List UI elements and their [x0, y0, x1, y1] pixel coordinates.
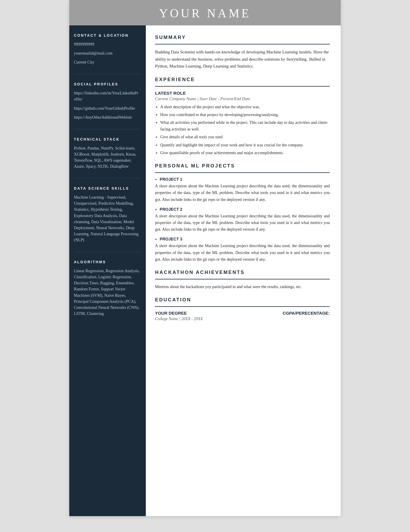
github-link[interactable]: https://github.com/YourGithubProfile [74, 105, 140, 111]
contact-section: CONTACT & LOCATION 9999999999 youremaili… [74, 33, 140, 65]
resume-body: CONTACT & LOCATION 9999999999 youremaili… [69, 25, 341, 516]
hackathon-divider [155, 279, 330, 279]
experience-bullets: A short description of the project and w… [155, 104, 330, 156]
hackathon-section: HACKATHON ACHIEVEMENTS Mention about the… [155, 270, 330, 290]
summary-text: Budding Data Scientist with hands-on kno… [155, 48, 330, 70]
sidebar-divider-4 [74, 252, 140, 252]
projects-divider [155, 172, 330, 173]
sidebar-divider-3 [74, 178, 140, 178]
experience-divider [155, 86, 330, 87]
education-cgpa: CGPA/PERECENTAGE: [283, 311, 330, 316]
algo-title: ALGORITHMS [74, 260, 140, 264]
resume-wrapper: YOUR NAME CONTACT & LOCATION 9999999999 … [69, 0, 341, 516]
projects-title: PERSONAL ML PROJECTS [155, 163, 330, 169]
tech-section: TECHNICAL STACK Python, Pandas, NumPy, S… [74, 137, 140, 169]
project-3-title: PROJECT 3 [160, 237, 330, 241]
other-link[interactable]: https://AnyOtherAdditionalWebiste [74, 114, 140, 120]
linkedin-link[interactable]: https://linkedin.com/in/YourLinkedinProf… [74, 90, 140, 102]
education-title: EDUCATION [155, 297, 330, 303]
education-section: EDUCATION YOUR DEGREE CGPA/PERECENTAGE: … [155, 297, 330, 321]
project-1-title: PROJECT 1 [160, 177, 330, 182]
project-2-title: PROJECT 2 [160, 207, 330, 212]
tech-stack: Python, Pandas, NumPy, Scikit-learn, XGB… [74, 145, 140, 169]
city: Current City [74, 59, 140, 65]
bullet-3: What all activities you performed while … [160, 119, 330, 132]
sidebar-divider-1 [74, 74, 140, 74]
bullet-1: A short description of the project and w… [160, 104, 330, 110]
resume-name: YOUR NAME [69, 6, 341, 20]
bullet-6: Give quantifiable proofs of your achieve… [160, 150, 330, 156]
resume-header: YOUR NAME [69, 0, 341, 25]
ds-section: DATA SCIENCE SKILLS Machine Learning - S… [74, 186, 140, 243]
algorithms: Linear Regression, Regression Analysis, … [74, 268, 140, 317]
bullet-2: How you contributed to that project by d… [160, 111, 330, 118]
main-content: SUMMARY Budding Data Scientist with hand… [146, 25, 341, 516]
ds-skills: Machine Learning - Supervised, Unsupervi… [74, 194, 140, 243]
phone: 9999999999 [74, 41, 140, 47]
algo-section: ALGORITHMS Linear Regression, Regression… [74, 260, 140, 317]
education-divider [155, 306, 330, 307]
email: youremailid@mail.com [74, 50, 140, 56]
sidebar: CONTACT & LOCATION 9999999999 youremaili… [69, 25, 146, 516]
education-row: YOUR DEGREE CGPA/PERECENTAGE: [155, 311, 330, 316]
summary-title: SUMMARY [155, 35, 330, 41]
project-1-desc: A short description about the Machine Le… [155, 183, 330, 203]
project-1: PROJECT 1 A short description about the … [155, 177, 330, 203]
tech-title: TECHNICAL STACK [74, 137, 140, 141]
education-degree: YOUR DEGREE [155, 311, 187, 316]
summary-divider [155, 44, 330, 44]
project-2-desc: A short description about the Machine Le… [155, 213, 330, 233]
contact-title: CONTACT & LOCATION [74, 33, 140, 38]
bullet-5: Quantify and highlight the impact of you… [160, 142, 330, 148]
experience-title: EXPERIENCE [155, 77, 330, 83]
summary-section: SUMMARY Budding Data Scientist with hand… [155, 35, 330, 70]
hackathon-text: Mention about the hackathons yoy partici… [155, 283, 330, 290]
experience-company: Current Company Name | Start Date - Pres… [155, 96, 330, 101]
sidebar-divider-2 [74, 129, 140, 129]
project-3-desc: A short description about the Machine Le… [155, 242, 330, 263]
experience-section: EXPERIENCE LATEST ROLE Current Company N… [155, 77, 330, 156]
experience-role: LATEST ROLE [155, 91, 330, 96]
social-section: SOCIAL PROFILES https://linkedin.com/in/… [74, 82, 140, 120]
projects-section: PERSONAL ML PROJECTS PROJECT 1 A short d… [155, 163, 330, 263]
education-college: College Name | 20XX - 20XX [155, 316, 330, 321]
project-3: PROJECT 3 A short description about the … [155, 237, 330, 263]
social-title: SOCIAL PROFILES [74, 82, 140, 86]
hackathon-title: HACKATHON ACHIEVEMENTS [155, 270, 330, 276]
project-2: PROJECT 2 A short description about the … [155, 207, 330, 233]
bullet-4: Give details of what all tools you used [160, 134, 330, 140]
ds-title: DATA SCIENCE SKILLS [74, 186, 140, 191]
